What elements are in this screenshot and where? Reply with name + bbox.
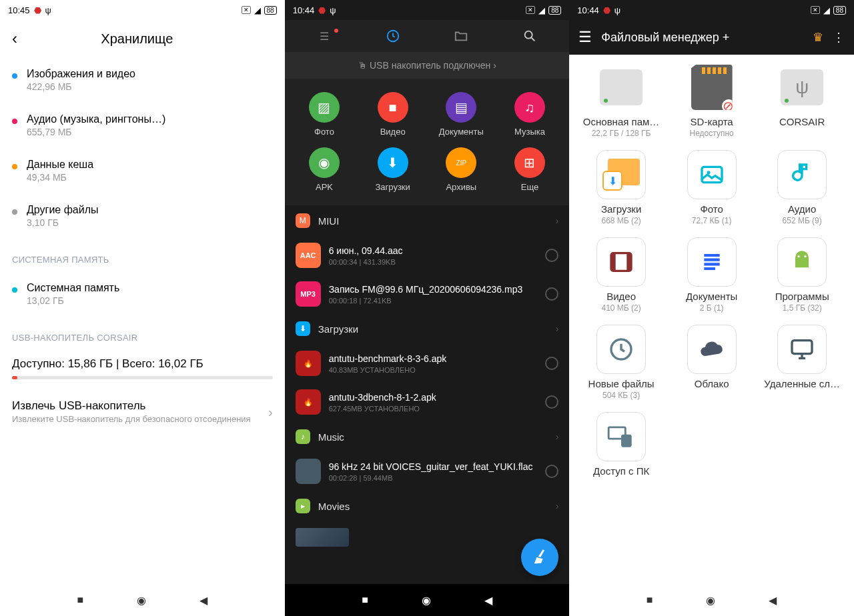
signal-icon: ✕ [526, 6, 535, 14]
category-android[interactable]: Программы 1,5 ГБ (32) [759, 237, 845, 313]
category-folder-dl[interactable]: ⬇ Загрузки 668 МБ (2) [578, 150, 664, 225]
file-type-icon: MP3 [296, 281, 321, 307]
nav-back[interactable]: ◀ [484, 594, 492, 607]
premium-crown-icon[interactable]: ♛ [813, 30, 823, 45]
section-header[interactable]: ⬇ Загрузки › [285, 313, 570, 344]
nav-recents[interactable]: ■ [77, 594, 83, 606]
select-radio[interactable] [545, 465, 558, 478]
category-icon: ZIP [446, 147, 476, 178]
storage-category-item[interactable]: Аудио (музыка, рингтоны…) 655,79 МБ [12, 103, 273, 148]
nav-recents[interactable]: ■ [647, 594, 653, 606]
category-Еще[interactable]: ⊞ Еще [496, 142, 564, 197]
nav-bar: ■ ◉ ◀ [0, 584, 285, 616]
menu-button[interactable]: ☰ [578, 29, 592, 46]
video-thumbnail [296, 528, 349, 547]
section-header[interactable]: ♪ Music › [285, 421, 570, 452]
category-icon: ▤ [446, 92, 476, 123]
category-label: APK [293, 182, 356, 192]
category-icon: ◉ [309, 147, 340, 178]
category-label: Видео [361, 127, 424, 137]
main-grid: Основная пам… 22,2 ГБ / 128 ГБ SD-карта … [569, 55, 854, 486]
category-Архивы[interactable]: ZIP Архивы [427, 142, 496, 197]
storage-category-item[interactable]: Данные кеша 49,34 МБ [12, 148, 273, 193]
nav-back[interactable]: ◀ [769, 594, 777, 607]
tab-folder[interactable] [427, 29, 496, 43]
menu-button[interactable]: ☰ [290, 30, 359, 43]
signal-icon: ✕ [811, 6, 820, 14]
nav-home[interactable]: ◉ [422, 594, 431, 607]
select-radio[interactable] [545, 395, 558, 409]
header: ☰ Файловый менеджер + ♛ ⋮ [569, 20, 854, 55]
signal-icon: ✕ [242, 6, 251, 14]
section-header[interactable]: M MIUI › [285, 205, 570, 236]
dot-icon [12, 164, 17, 169]
nav-home[interactable]: ◉ [706, 594, 715, 607]
category-Музыка[interactable]: ♫ Музыка [496, 87, 564, 142]
category-Видео[interactable]: ■ Видео [358, 87, 427, 142]
category-Загрузки[interactable]: ⬇ Загрузки [358, 142, 427, 197]
nav-bar: ■ ◉ ◀ [569, 584, 854, 616]
storage-sd[interactable]: SD-карта Недоступно [669, 63, 755, 138]
category-icon: ■ [378, 92, 408, 123]
file-item[interactable]: AAC 6 июн., 09.44.aac 00:00:34 | 431.39K… [285, 236, 570, 275]
category-image[interactable]: Фото 72,7 КБ (1) [669, 150, 755, 225]
eject-usb-button[interactable]: Извлечь USB-накопитель Извлеките USB-нак… [12, 393, 273, 432]
category-cloud[interactable]: Облако [669, 325, 755, 400]
category-Фото[interactable]: ▨ Фото [290, 87, 359, 142]
file-type-icon: AAC [296, 243, 321, 268]
wifi-icon: ◢ [538, 5, 545, 15]
file-item[interactable]: 96 kHz 24 bit VOICES_guitar_ver_feat_YUK… [285, 452, 570, 491]
category-Документы[interactable]: ▤ Документы [427, 87, 496, 142]
storage-label: Основная пам… [578, 116, 664, 127]
app-icon: ⬣ [318, 5, 326, 15]
app-icon: ⬣ [34, 5, 41, 15]
category-APK[interactable]: ◉ APK [290, 142, 359, 197]
category-clock[interactable]: Новые файлы 504 КБ (3) [578, 325, 664, 400]
clock: 10:45 [8, 5, 30, 15]
nav-home[interactable]: ◉ [137, 594, 146, 607]
category-icon: ▨ [309, 92, 340, 123]
section-header[interactable]: ▸ Movies › [285, 491, 570, 521]
select-radio[interactable] [545, 249, 558, 262]
category-label: Программы [759, 291, 845, 302]
nav-recents[interactable]: ■ [362, 594, 368, 606]
category-doc[interactable]: Документы 2 Б (1) [669, 237, 755, 313]
file-manager-plus-screen: 10:44 ⬣ ψ ✕ ◢ 88 ☰ Файловый менеджер + ♛… [569, 0, 854, 616]
file-item[interactable]: 🔥 antutu-benchmark-8-3-6.apk 40.83MB УСТ… [285, 344, 570, 383]
chevron-right-icon: › [490, 60, 496, 71]
category-icon [596, 325, 646, 374]
storage-list: Изображения и видео 422,96 МБ Аудио (муз… [0, 57, 285, 432]
storage-drive[interactable]: Основная пам… 22,2 ГБ / 128 ГБ [578, 63, 664, 138]
chevron-right-icon: › [556, 501, 559, 511]
storage-category-item[interactable]: Изображения и видео 422,96 МБ [12, 57, 273, 103]
svg-rect-12 [621, 435, 632, 447]
tab-recent[interactable] [358, 29, 427, 43]
select-radio[interactable] [545, 287, 558, 301]
item-size: 655,79 МБ [27, 127, 273, 137]
usb-icon: ψ [45, 5, 51, 15]
storage-category-item[interactable]: Другие файлы 3,10 ГБ [12, 193, 273, 239]
storage-usb[interactable]: ψ CORSAIR [759, 63, 845, 138]
category-pc[interactable]: Доступ с ПК [578, 412, 664, 478]
file-name: antutu-3dbench-8-1-2.apk [329, 392, 538, 403]
category-sub: 652 МБ (9) [759, 216, 845, 225]
system-memory-item[interactable]: Системная память 13,02 ГБ [12, 271, 273, 317]
file-item[interactable]: 🔥 antutu-3dbench-8-1-2.apk 627.45MB УСТА… [285, 383, 570, 421]
category-icon [687, 150, 737, 199]
svg-rect-6 [626, 253, 631, 271]
file-item[interactable]: MP3 Запись FM@99.6 МГц_20200606094236.mp… [285, 275, 570, 313]
nav-back[interactable]: ◀ [199, 594, 207, 607]
category-music[interactable]: Аудио 652 МБ (9) [759, 150, 845, 225]
svg-point-1 [525, 31, 532, 39]
dot-icon [12, 119, 17, 124]
category-video[interactable]: Видео 410 МБ (2) [578, 237, 664, 313]
file-name: 96 kHz 24 bit VOICES_guitar_ver_feat_YUK… [329, 461, 538, 472]
category-icon [777, 150, 827, 199]
overflow-menu-button[interactable]: ⋮ [833, 30, 845, 45]
category-monitor[interactable]: Удаленные сл… [759, 325, 845, 400]
search-button[interactable] [496, 29, 564, 43]
back-button[interactable]: ‹ [12, 29, 17, 48]
select-radio[interactable] [545, 357, 558, 370]
clean-fab[interactable] [521, 539, 558, 576]
usb-banner[interactable]: 🖱 USB накопитель подключен › [285, 52, 570, 79]
